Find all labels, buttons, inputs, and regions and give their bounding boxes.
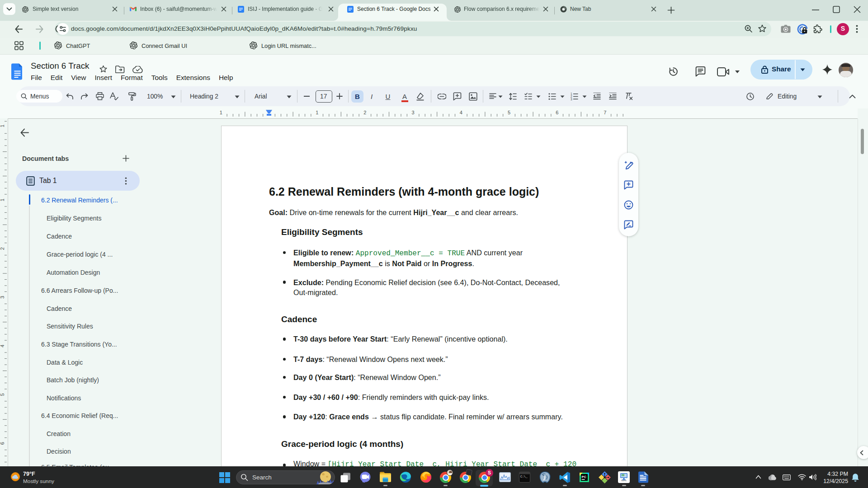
svg-text:3: 3 [412,110,415,115]
svg-text:6: 6 [556,110,558,115]
svg-text:4: 4 [460,110,462,115]
svg-text:GCI: GCI [622,474,624,476]
svg-text:4: 4 [0,345,5,347]
svg-text:C:\_: C:\_ [520,475,528,479]
svg-text:7: 7 [604,110,606,115]
svg-text:2: 2 [363,110,366,115]
svg-text:1: 1 [220,110,222,115]
svg-text:2: 2 [0,247,5,250]
svg-text:3: 3 [0,296,5,299]
svg-text:5: 5 [0,393,5,396]
svg-text:1: 1 [316,110,318,115]
svg-text:6: 6 [0,442,5,445]
svg-text:1: 1 [0,198,5,201]
svg-text:TaskPro: TaskPro [621,480,627,481]
svg-text:PC: PC [582,475,587,479]
svg-text:3: 3 [571,98,572,100]
svg-text:5: 5 [508,110,510,115]
svg-text:1: 1 [0,125,5,127]
